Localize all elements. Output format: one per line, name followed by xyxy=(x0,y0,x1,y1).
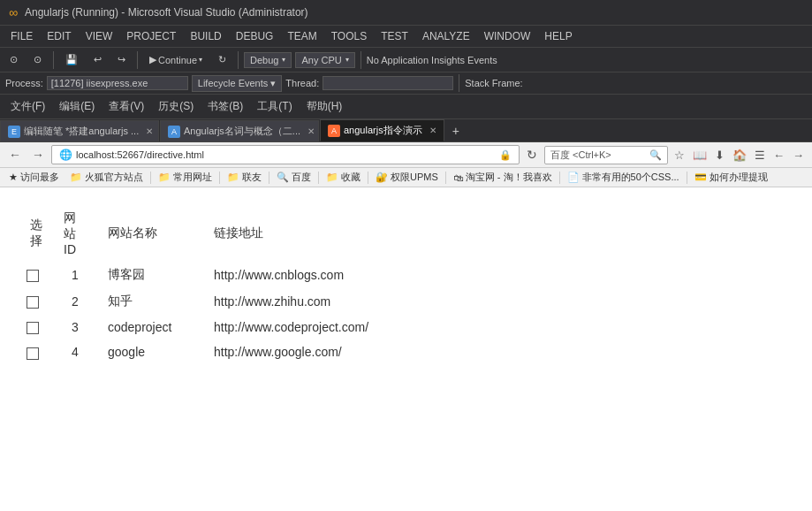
debug-dropdown-arrow: ▾ xyxy=(282,56,285,64)
continue-dropdown-arrow: ▾ xyxy=(199,56,202,64)
save-btn[interactable]: 💾 xyxy=(59,51,84,68)
browser-menu-view[interactable]: 查看(V) xyxy=(102,96,151,117)
menu-window[interactable]: WINDOW xyxy=(477,27,538,45)
table-row: 1 博客园 http://www.cnblogs.com xyxy=(27,262,475,288)
fav-common-urls[interactable]: 📁 常用网址 xyxy=(155,170,216,185)
col-header-id: 网站ID xyxy=(60,205,104,262)
menu-team[interactable]: TEAM xyxy=(280,27,323,45)
menu-icon[interactable]: ☰ xyxy=(752,147,768,164)
menu-build[interactable]: BUILD xyxy=(183,27,228,45)
fav-sep-3 xyxy=(269,172,269,184)
menu-edit[interactable]: EDIT xyxy=(40,27,78,45)
cpu-dropdown[interactable]: Any CPU ▾ xyxy=(295,52,354,68)
lianyou-icon: 📁 xyxy=(227,172,239,183)
address-bar[interactable]: 🌐 localhost:52667/directive.html 🔒 xyxy=(51,145,520,164)
browser-menu-file[interactable]: 文件(F) xyxy=(4,96,52,117)
cell-name-0: 博客园 xyxy=(104,262,210,288)
col-header-url: 链接地址 xyxy=(210,205,475,262)
cell-name-1: 知乎 xyxy=(104,288,210,315)
forward-hist-icon[interactable]: → xyxy=(790,147,807,164)
menu-view[interactable]: VIEW xyxy=(79,27,120,45)
browser-menu-edit[interactable]: 编辑(E) xyxy=(52,96,102,117)
fav-upms[interactable]: 🔐 权限UPMS xyxy=(372,170,442,185)
menu-analyze[interactable]: ANALYZE xyxy=(415,27,477,45)
refresh-btn[interactable]: ↻ xyxy=(212,51,232,68)
process-label: Process: xyxy=(5,78,43,88)
menu-help[interactable]: HELP xyxy=(537,27,579,45)
menu-project[interactable]: PROJECT xyxy=(119,27,183,45)
separator-1 xyxy=(53,51,54,69)
play-icon: ▶ xyxy=(149,54,156,65)
fav-most-visited[interactable]: ★ 访问最多 xyxy=(5,170,63,185)
new-tab-btn[interactable]: + xyxy=(445,120,467,141)
browser-menu-history[interactable]: 历史(S) xyxy=(151,96,201,117)
menu-file[interactable]: FILE xyxy=(4,27,40,45)
address-text: localhost:52667/directive.html xyxy=(76,149,496,160)
refresh-nav-btn[interactable]: ↻ xyxy=(523,146,541,164)
fav-css[interactable]: 📄 非常有用的50个CSS... xyxy=(564,170,683,185)
menu-test[interactable]: TEST xyxy=(374,27,415,45)
tab-2[interactable]: A angularjs指令演示 ✕ xyxy=(320,119,444,141)
fav-most-visited-label: 访问最多 xyxy=(20,171,59,184)
cash-icon: 💳 xyxy=(694,172,707,183)
forward-btn[interactable]: ⊙ xyxy=(27,51,48,68)
home-icon[interactable]: 🏠 xyxy=(730,147,749,164)
debug-dropdown[interactable]: Debug ▾ xyxy=(244,52,292,68)
forward-nav-btn[interactable]: → xyxy=(28,146,48,164)
fav-firefox[interactable]: 📁 火狐官方站点 xyxy=(66,170,147,185)
bookmarks-icon[interactable]: ☆ xyxy=(672,147,687,164)
fav-taobao[interactable]: 🛍 淘宝网 - 淘！我喜欢 xyxy=(450,170,556,185)
download-icon[interactable]: ⬇ xyxy=(712,147,727,164)
fav-baidu[interactable]: 🔍 百度 xyxy=(273,170,315,185)
common-urls-icon: 📁 xyxy=(158,172,171,183)
tab-0[interactable]: E 编辑随笔 *搭建angularjs ... ✕ xyxy=(0,120,159,141)
tab-0-close[interactable]: ✕ xyxy=(146,126,153,136)
checkbox-row-1[interactable] xyxy=(27,296,39,309)
tab-0-label: 编辑随笔 *搭建angularjs ... xyxy=(24,125,139,138)
separator-4 xyxy=(360,51,361,69)
fav-collect[interactable]: 📁 收藏 xyxy=(323,170,364,185)
sep-thread xyxy=(459,74,459,92)
table-row: 2 知乎 http://www.zhihu.com xyxy=(27,288,475,315)
process-bar: Process: Lifecycle Events ▾ Thread: Stac… xyxy=(0,72,812,95)
browser-menu-tools[interactable]: 工具(T) xyxy=(250,96,299,117)
table-row: 3 codeproject http://www.codeproject.com… xyxy=(27,315,475,339)
back-btn[interactable]: ⊙ xyxy=(4,51,24,68)
upms-icon: 🔐 xyxy=(376,172,388,183)
checkbox-row-3[interactable] xyxy=(27,347,39,360)
fav-upms-label: 权限UPMS xyxy=(391,171,438,184)
browser-menu-bar: 文件(F) 编辑(E) 查看(V) 历史(S) 书签(B) 工具(T) 帮助(H… xyxy=(0,95,812,119)
menu-debug[interactable]: DEBUG xyxy=(229,27,281,45)
tab-1[interactable]: A Angularjs名词与概念（二... ✕ xyxy=(160,120,319,141)
tab-bar: E 编辑随笔 *搭建angularjs ... ✕ A Angularjs名词与… xyxy=(0,119,812,142)
website-table: 选择 网站ID 网站名称 链接地址 1 博客园 http://www.cnblo… xyxy=(27,205,475,365)
search-bar[interactable]: 百度 <Ctrl+K> 🔍 xyxy=(544,146,668,164)
redo-btn[interactable]: ↪ xyxy=(111,51,132,68)
fav-lianyou[interactable]: 📁 联友 xyxy=(224,170,265,185)
browser-menu-help[interactable]: 帮助(H) xyxy=(300,96,350,117)
menu-tools[interactable]: TOOLS xyxy=(324,27,374,45)
read-mode-icon[interactable]: 📖 xyxy=(690,147,710,164)
continue-btn[interactable]: ▶ Continue ▾ xyxy=(143,51,209,68)
fav-lianyou-label: 联友 xyxy=(242,171,262,184)
undo-btn[interactable]: ↩ xyxy=(87,51,108,68)
col-header-name: 网站名称 xyxy=(104,205,210,262)
tab-1-favicon: A xyxy=(168,126,180,138)
lifecycle-btn[interactable]: Lifecycle Events ▾ xyxy=(192,75,283,92)
tab-2-close[interactable]: ✕ xyxy=(429,126,436,135)
fav-cash[interactable]: 💳 如何办理提现 xyxy=(691,170,771,185)
thread-input[interactable] xyxy=(323,76,453,90)
back-hist-icon[interactable]: ← xyxy=(770,147,787,164)
checkbox-row-2[interactable] xyxy=(27,322,39,334)
process-input[interactable] xyxy=(47,76,188,90)
tab-1-close[interactable]: ✕ xyxy=(307,126,315,136)
back-nav-btn[interactable]: ← xyxy=(5,146,25,164)
checkbox-row-0[interactable] xyxy=(27,270,39,282)
fav-common-urls-label: 常用网址 xyxy=(173,171,212,184)
collect-icon: 📁 xyxy=(326,172,338,183)
search-icon[interactable]: 🔍 xyxy=(649,149,662,161)
browser-menu-bookmarks[interactable]: 书签(B) xyxy=(201,96,250,117)
fav-sep-6 xyxy=(445,172,446,184)
address-security-icon: 🔒 xyxy=(499,149,512,161)
search-placeholder: 百度 <Ctrl+K> xyxy=(550,149,649,162)
